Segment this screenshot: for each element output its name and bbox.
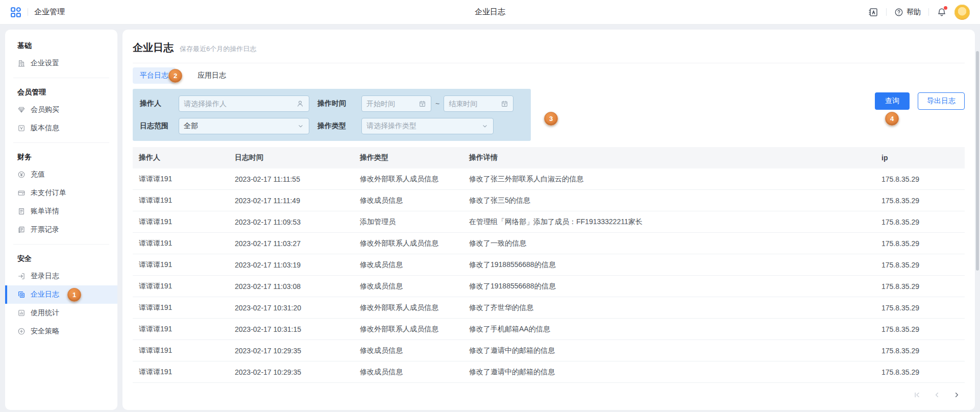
log-table: 操作人 日志时间 操作类型 操作详情 ip 谭谭谭191 2023-02-17 … <box>133 147 965 383</box>
cell-type: 修改外部联系人成员信息 <box>354 303 463 312</box>
app-title: 企业管理 <box>34 7 65 17</box>
cell-detail: 修改了邀请中的邮箱的信息 <box>463 368 875 377</box>
cell-detail: 在管理组「网络部」添加了成员：FF19133322211家长 <box>463 217 875 227</box>
sidebar-item-label: 开票记录 <box>31 225 59 234</box>
end-time-picker[interactable] <box>444 95 513 112</box>
start-time-picker[interactable] <box>361 95 431 112</box>
cell-time: 2023-02-17 11:03:19 <box>229 261 354 269</box>
topbar-page-title: 企业日志 <box>0 7 980 17</box>
security-policy-icon <box>17 327 26 335</box>
prev-page-icon[interactable] <box>933 391 941 399</box>
sidebar-item-recharge[interactable]: 充值 <box>5 165 117 184</box>
cell-detail: 修改了张三外部联系人白淑云的信息 <box>463 175 875 184</box>
cell-type: 修改成员信息 <box>354 260 463 270</box>
sidebar-divider <box>13 244 109 245</box>
cell-type: 修改外部联系人成员信息 <box>354 325 463 334</box>
cell-detail: 修改了19188556688的信息 <box>463 282 875 291</box>
pagination <box>133 391 965 399</box>
cell-time: 2023-02-17 10:31:20 <box>229 304 354 312</box>
type-label: 操作类型 <box>317 122 353 131</box>
end-time-input[interactable] <box>449 100 498 108</box>
sidebar-item-label: 未支付订单 <box>31 188 66 198</box>
sidebar-item-label: 会员购买 <box>31 105 59 114</box>
cell-detail: 修改了齐世华的信息 <box>463 303 875 312</box>
cell-detail: 修改了张三5的信息 <box>463 196 875 205</box>
chevron-down-icon <box>297 123 304 130</box>
cell-operator: 谭谭谭191 <box>133 282 229 291</box>
cell-operator: 谭谭谭191 <box>133 260 229 270</box>
top-bar: 企业管理 企业日志 帮助 <box>0 0 980 25</box>
header-divider <box>133 63 965 63</box>
building-icon <box>17 59 26 67</box>
sidebar-section-finance: 财务 <box>5 148 117 165</box>
filter-panel: 操作人 操作时间 <box>133 89 531 141</box>
bell-icon[interactable] <box>937 7 947 17</box>
tab-app-logs[interactable]: 应用日志 <box>190 67 233 84</box>
sidebar-section-membership: 会员管理 <box>5 83 117 101</box>
cell-detail: 修改了邀请中的邮箱的信息 <box>463 346 875 355</box>
sidebar-item-label: 使用统计 <box>31 308 59 318</box>
cell-operator: 谭谭谭191 <box>133 325 229 334</box>
first-page-icon[interactable] <box>913 391 921 399</box>
sidebar-item-bill-details[interactable]: 账单详情 <box>5 202 117 221</box>
cell-detail: 修改了一致的信息 <box>463 239 875 248</box>
sidebar-item-enterprise-logs[interactable]: 企业日志 1 <box>5 285 117 304</box>
help-icon <box>894 8 903 17</box>
cell-operator: 谭谭谭191 <box>133 175 229 184</box>
cell-operator: 谭谭谭191 <box>133 239 229 248</box>
cell-type: 添加管理员 <box>354 217 463 227</box>
person-icon <box>296 100 304 108</box>
app-grid-icon[interactable] <box>10 7 21 18</box>
range-separator: ~ <box>435 100 439 108</box>
filter-actions: 查询 导出日志 4 <box>875 92 965 110</box>
sidebar-item-company-settings[interactable]: 企业设置 <box>5 54 117 72</box>
sidebar-item-member-purchase[interactable]: 会员购买 <box>5 101 117 119</box>
wallet-icon <box>17 189 26 197</box>
export-logs-button[interactable]: 导出日志 <box>918 92 965 110</box>
sidebar-item-security-policy[interactable]: 安全策略 <box>5 322 117 341</box>
sidebar-item-invoice-records[interactable]: 开票记录 <box>5 221 117 239</box>
type-select[interactable]: 请选择操作类型 <box>361 118 494 134</box>
help-button[interactable]: 帮助 <box>894 8 921 17</box>
enterprise-log-icon <box>17 290 26 299</box>
table-row: 谭谭谭191 2023-02-17 11:11:49 修改成员信息 修改了张三5… <box>133 190 965 211</box>
start-time-input[interactable] <box>366 100 415 108</box>
operator-select[interactable] <box>179 95 309 112</box>
sidebar-item-label: 企业设置 <box>31 59 59 68</box>
topbar-divider <box>886 8 887 16</box>
sidebar-item-login-logs[interactable]: 登录日志 <box>5 267 117 285</box>
next-page-icon[interactable] <box>953 391 961 399</box>
main-panel: 企业日志 保存最近6个月的操作日志 平台日志 2 应用日志 操作人 操作时间 <box>122 30 975 410</box>
annotation-badge-3: 3 <box>544 112 558 126</box>
cell-type: 修改成员信息 <box>354 368 463 377</box>
sidebar-item-label: 登录日志 <box>31 272 59 281</box>
sidebar-section-basic: 基础 <box>5 37 117 54</box>
scope-select[interactable]: 全部 <box>179 118 309 134</box>
tab-bar: 平台日志 2 应用日志 <box>133 67 965 84</box>
type-placeholder: 请选择操作类型 <box>366 122 416 131</box>
page-subtitle: 保存最近6个月的操作日志 <box>180 44 256 54</box>
chevron-down-icon <box>481 123 488 130</box>
cell-ip: 175.8.35.29 <box>875 239 965 248</box>
annotation-badge-4: 4 <box>885 112 899 126</box>
table-row: 谭谭谭191 2023-02-17 10:29:35 修改成员信息 修改了邀请中… <box>133 340 965 361</box>
address-book-icon[interactable] <box>868 7 878 17</box>
table-row: 谭谭谭191 2023-02-17 10:31:15 修改外部联系人成员信息 修… <box>133 319 965 340</box>
sidebar-item-unpaid-orders[interactable]: 未支付订单 <box>5 184 117 202</box>
cell-time: 2023-02-17 11:03:27 <box>229 239 354 248</box>
sidebar-item-usage-stats[interactable]: 使用统计 <box>5 304 117 322</box>
col-detail: 操作详情 <box>463 153 875 162</box>
avatar[interactable] <box>954 5 970 20</box>
calendar-icon <box>419 100 426 108</box>
operator-input[interactable] <box>184 100 293 108</box>
sidebar-item-version-info[interactable]: 版本信息 <box>5 119 117 137</box>
search-button[interactable]: 查询 <box>875 92 910 110</box>
cell-operator: 谭谭谭191 <box>133 303 229 312</box>
col-operator: 操作人 <box>133 153 229 162</box>
usage-stats-icon <box>17 309 26 317</box>
cell-type: 修改外部联系人成员信息 <box>354 239 463 248</box>
scrollbar-thumb[interactable] <box>976 51 979 271</box>
topbar-divider <box>28 8 28 16</box>
cell-ip: 175.8.35.29 <box>875 218 965 226</box>
cell-operator: 谭谭谭191 <box>133 368 229 377</box>
